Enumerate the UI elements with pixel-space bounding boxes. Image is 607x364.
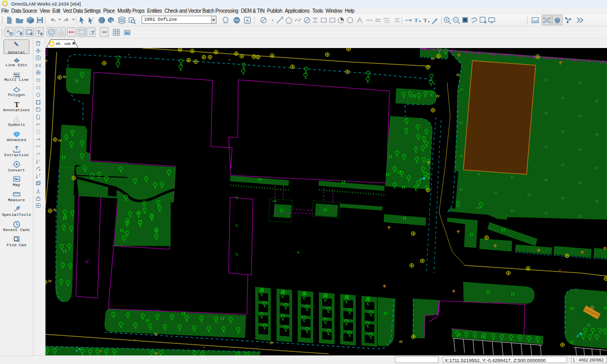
svg-text:P: P — [100, 349, 102, 354]
svg-text:P: P — [577, 334, 579, 339]
svg-text:P: P — [420, 177, 422, 182]
svg-text:¥: ¥ — [297, 250, 299, 255]
svg-text:P: P — [76, 349, 78, 353]
